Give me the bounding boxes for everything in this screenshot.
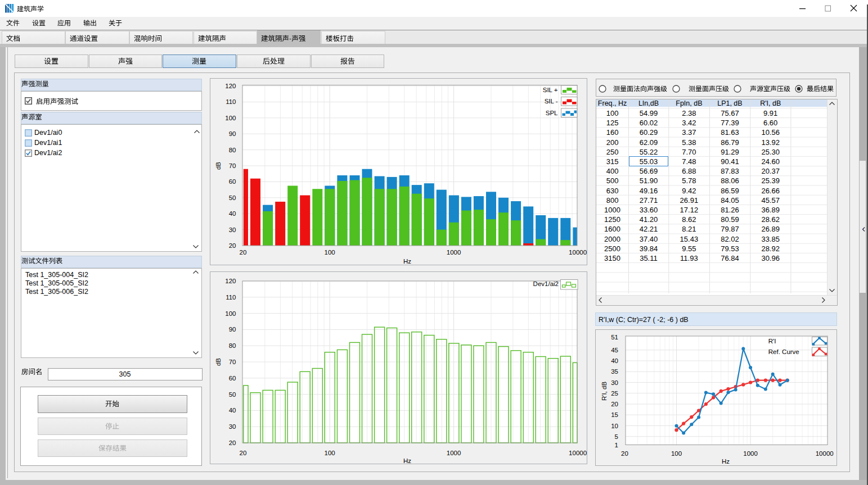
svg-text:60: 60 (228, 375, 236, 382)
svg-text:60: 60 (228, 178, 236, 185)
svg-text:Dev1/ai2: Dev1/ai2 (533, 280, 558, 287)
svg-text:30: 30 (228, 226, 236, 233)
svg-text:51: 51 (611, 333, 618, 340)
svg-text:40: 40 (228, 210, 236, 217)
svg-text:20: 20 (228, 242, 236, 249)
svg-text:1000: 1000 (446, 249, 461, 256)
svg-text:40: 40 (228, 407, 236, 414)
svg-text:10000: 10000 (569, 450, 587, 456)
svg-text:100: 100 (324, 249, 335, 256)
svg-text:10000: 10000 (816, 450, 834, 456)
svg-text:45: 45 (611, 346, 618, 353)
svg-text:90: 90 (228, 326, 236, 333)
svg-text:5: 5 (615, 433, 618, 439)
svg-text:SIL +: SIL + (542, 87, 557, 93)
svg-text:1: 1 (615, 442, 618, 448)
svg-text:100: 100 (324, 450, 335, 456)
svg-text:35: 35 (611, 368, 618, 375)
svg-text:dB: dB (214, 358, 221, 366)
svg-text:50: 50 (228, 391, 236, 398)
svg-text:110: 110 (226, 294, 236, 301)
svg-text:R'I, dB: R'I, dB (601, 381, 608, 400)
svg-text:20: 20 (621, 450, 628, 456)
svg-text:30: 30 (228, 423, 236, 430)
svg-text:Hz: Hz (722, 457, 730, 464)
svg-text:1000: 1000 (446, 450, 461, 456)
svg-text:Hz: Hz (403, 457, 411, 464)
svg-text:10000: 10000 (569, 249, 587, 256)
svg-text:50: 50 (228, 194, 236, 201)
svg-text:20: 20 (239, 249, 246, 256)
svg-text:70: 70 (228, 162, 236, 169)
svg-text:R'I: R'I (768, 337, 776, 344)
svg-text:Ref. Curve: Ref. Curve (768, 348, 799, 355)
svg-text:100: 100 (225, 310, 236, 317)
svg-text:80: 80 (228, 342, 236, 349)
svg-text:10: 10 (611, 422, 618, 429)
svg-text:120: 120 (225, 83, 236, 89)
svg-text:15: 15 (611, 411, 618, 418)
svg-text:20: 20 (611, 401, 618, 407)
svg-text:40: 40 (611, 357, 618, 364)
svg-text:30: 30 (611, 379, 618, 386)
svg-text:25: 25 (611, 389, 618, 396)
svg-text:100: 100 (225, 115, 236, 121)
svg-text:1000: 1000 (743, 450, 758, 456)
svg-text:120: 120 (225, 278, 236, 284)
svg-text:100: 100 (671, 450, 682, 456)
svg-text:dB: dB (214, 162, 221, 170)
svg-text:20: 20 (228, 439, 236, 446)
svg-text:Hz: Hz (403, 258, 411, 265)
svg-text:SIL -: SIL - (544, 98, 557, 105)
svg-text:110: 110 (226, 98, 236, 105)
svg-text:70: 70 (228, 359, 236, 365)
svg-text:80: 80 (228, 147, 236, 153)
svg-text:90: 90 (228, 130, 236, 137)
svg-text:20: 20 (239, 450, 246, 456)
svg-text:SPL: SPL (545, 110, 557, 116)
